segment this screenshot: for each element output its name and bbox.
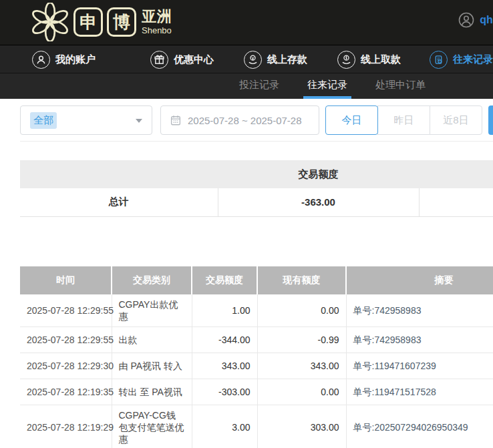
- col-header-amount: 交易额度: [192, 266, 257, 294]
- cell-time: 2025-07-28 12:29:30: [20, 353, 112, 379]
- category-select-value: 全部: [30, 112, 57, 129]
- main-nav: 我的账户 优惠中心 线上存款 线上取款 往来记录: [0, 45, 493, 73]
- summary-empty-cell: [419, 188, 493, 216]
- logo-region-cn: 亚洲: [142, 9, 172, 24]
- nav-item-label: 往来记录: [453, 53, 493, 66]
- records-table: 时间 交易类别 交易额度 现有额度 摘要 2025-07-28 12:29:55…: [20, 266, 493, 448]
- nav-item-withdraw[interactable]: 线上取款: [337, 45, 401, 73]
- nav-item-label: 优惠中心: [174, 53, 214, 66]
- nav-item-transaction-records[interactable]: 往来记录: [430, 45, 493, 73]
- col-header-type: 交易类别: [112, 266, 192, 294]
- records-table-body: 2025-07-28 12:29:55 CGPAY出款优惠 1.00 0.00 …: [20, 294, 493, 448]
- table-row: 2025-07-28 12:29:55 出款 -344.00 -0.99 单号:…: [20, 326, 493, 353]
- calendar-icon: [170, 114, 182, 126]
- filter-bar: 全部 2025-07-28 ~ 2025-07-28 今日 昨日 近8日: [20, 105, 493, 135]
- cell-amount: -344.00: [192, 326, 257, 353]
- quick-date-buttons: 今日 昨日 近8日: [325, 105, 482, 135]
- brand-logo[interactable]: 申 博 亚洲 Shenbo: [31, 3, 172, 41]
- nav-item-deposit[interactable]: 线上存款: [244, 45, 307, 73]
- logo-char-bo: 博: [107, 7, 136, 37]
- nav-item-promotions[interactable]: 优惠中心: [150, 45, 214, 73]
- cell-time: 2025-07-28 12:19:29: [20, 405, 112, 448]
- cell-amount: 1.00: [192, 294, 257, 327]
- cell-type: 由 PA视讯 转入: [112, 353, 192, 379]
- tab-betting-records[interactable]: 投注记录: [235, 73, 283, 99]
- nav-item-label: 线上取款: [361, 53, 401, 66]
- col-header-balance: 现有额度: [257, 266, 346, 294]
- site-header: 申 博 亚洲 Shenbo qhhw: [0, 0, 493, 45]
- cell-type: CGPAY出款优惠: [112, 294, 192, 327]
- summary-header-amount: 交易额度: [218, 160, 419, 188]
- summary-header-empty: [419, 160, 493, 188]
- summary-total-row: 总计 -363.00: [20, 188, 493, 216]
- flower-logo-icon: [31, 3, 69, 41]
- table-row: 2025-07-28 12:29:30 由 PA视讯 转入 343.00 343…: [20, 353, 493, 379]
- cell-summary: 单号:742958983: [346, 294, 493, 327]
- deposit-coin-icon: [244, 51, 262, 69]
- nav-item-label: 线上存款: [267, 53, 307, 66]
- user-avatar-icon: [458, 12, 474, 28]
- cell-time: 2025-07-28 12:19:35: [20, 379, 112, 405]
- cell-time: 2025-07-28 12:29:55: [20, 294, 112, 327]
- col-header-summary: 摘要: [346, 266, 493, 294]
- logo-region: 亚洲 Shenbo: [142, 9, 172, 35]
- cell-balance: 343.00: [257, 353, 346, 379]
- summary-total-label: 总计: [20, 188, 218, 216]
- table-row: 2025-07-28 12:19:35 转出 至 PA视讯 -303.00 0.…: [20, 379, 493, 405]
- chevron-down-icon: [136, 119, 142, 123]
- table-row: 2025-07-28 12:29:55 CGPAY出款优惠 1.00 0.00 …: [20, 294, 493, 327]
- cell-summary: 单号:119471517528: [346, 379, 493, 405]
- date-range-value: 2025-07-28 ~ 2025-07-28: [188, 115, 302, 126]
- date-range-input[interactable]: 2025-07-28 ~ 2025-07-28: [160, 105, 319, 135]
- cell-amount: -303.00: [192, 379, 257, 405]
- cell-type: CGPAY-CG钱包支付笔笔送优惠: [112, 405, 192, 448]
- summary-header-empty: [20, 160, 218, 188]
- cell-balance: 0.00: [257, 294, 346, 327]
- today-button[interactable]: 今日: [325, 105, 378, 135]
- cell-balance: -0.99: [257, 326, 346, 353]
- summary-table: 交易额度 总计 -363.00: [20, 160, 493, 217]
- cell-type: 转出 至 PA视讯: [112, 379, 192, 405]
- cell-summary: 单号:202507294026950349: [346, 405, 493, 448]
- cell-amount: 3.00: [192, 405, 257, 448]
- tab-processing-orders[interactable]: 处理中订单: [371, 73, 430, 99]
- yesterday-button[interactable]: 昨日: [377, 105, 430, 135]
- logo-char-shen: 申: [73, 7, 103, 37]
- cell-balance: 0.00: [257, 379, 346, 405]
- category-select[interactable]: 全部: [20, 105, 152, 135]
- logo-region-en: Shenbo: [142, 26, 172, 35]
- user-icon: [32, 51, 50, 69]
- last-8-days-button[interactable]: 近8日: [430, 105, 482, 135]
- cell-amount: 343.00: [192, 353, 257, 379]
- summary-total-value: -363.00: [218, 188, 419, 216]
- nav-item-my-account[interactable]: 我的账户: [32, 45, 96, 73]
- summary-header-row: 交易额度: [20, 160, 493, 188]
- cell-summary: 单号:742958983: [346, 326, 493, 353]
- gift-icon: [150, 51, 168, 69]
- table-row: 2025-07-28 12:19:29 CGPAY-CG钱包支付笔笔送优惠 3.…: [20, 405, 493, 448]
- user-account[interactable]: qhhw: [458, 12, 493, 28]
- nav-item-label: 我的账户: [55, 53, 96, 66]
- cell-balance: 303.00: [257, 405, 346, 448]
- section-divider: [20, 141, 493, 142]
- records-icon: [430, 51, 448, 69]
- sub-nav: 投注记录 往来记录 处理中订单: [0, 73, 493, 99]
- cell-type: 出款: [112, 326, 192, 353]
- cell-time: 2025-07-28 12:29:55: [20, 326, 112, 353]
- col-header-time: 时间: [20, 266, 112, 294]
- records-header-row: 时间 交易类别 交易额度 现有额度 摘要: [20, 266, 493, 294]
- tab-transaction-records[interactable]: 往来记录: [303, 73, 351, 99]
- search-button[interactable]: [488, 105, 493, 135]
- withdraw-coin-icon: [337, 51, 355, 69]
- cell-summary: 单号:119471607239: [346, 353, 493, 379]
- username-label: qhhw: [480, 14, 493, 26]
